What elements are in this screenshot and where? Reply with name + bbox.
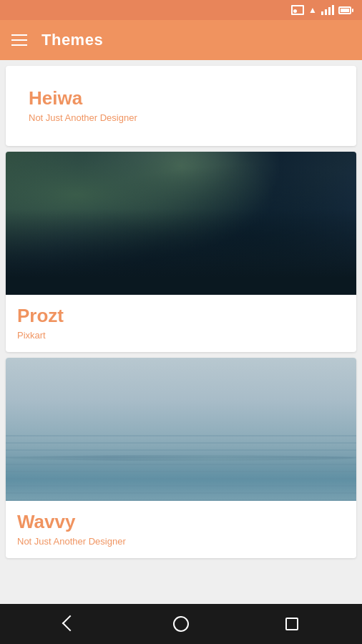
theme-card-body-heiwa: Heiwa Not Just Another Designer bbox=[17, 77, 345, 135]
theme-image-prozt bbox=[6, 152, 356, 295]
themes-list: Heiwa Not Just Another Designer Prozt Pi… bbox=[0, 60, 362, 604]
status-icons: ▲ bbox=[291, 5, 353, 15]
menu-icon[interactable] bbox=[11, 34, 27, 46]
back-arrow-icon bbox=[64, 615, 76, 633]
theme-title-heiwa: Heiwa bbox=[29, 87, 333, 109]
home-circle-icon bbox=[173, 616, 189, 632]
home-button[interactable] bbox=[167, 610, 195, 638]
page-title: Themes bbox=[41, 31, 103, 49]
back-button[interactable] bbox=[56, 610, 84, 638]
battery-icon bbox=[338, 6, 353, 14]
theme-author-heiwa: Not Just Another Designer bbox=[29, 112, 333, 123]
bars-icon bbox=[321, 5, 334, 15]
status-bar: ▲ bbox=[0, 0, 362, 20]
theme-card-body-prozt: Prozt Pixkart bbox=[6, 295, 356, 352]
theme-title-wavvy: Wavvy bbox=[17, 511, 345, 533]
theme-image-wavvy bbox=[6, 358, 356, 501]
theme-title-prozt: Prozt bbox=[17, 305, 345, 327]
toolbar: Themes bbox=[0, 20, 362, 60]
theme-card-heiwa[interactable]: Heiwa Not Just Another Designer bbox=[6, 66, 356, 146]
theme-author-wavvy: Not Just Another Designer bbox=[17, 536, 345, 547]
gallery-icon bbox=[291, 5, 304, 15]
bottom-nav bbox=[0, 604, 362, 644]
theme-card-prozt[interactable]: Prozt Pixkart bbox=[6, 152, 356, 352]
theme-author-prozt: Pixkart bbox=[17, 330, 345, 341]
recents-button[interactable] bbox=[278, 610, 306, 638]
recents-square-icon bbox=[285, 618, 298, 630]
theme-card-body-wavvy: Wavvy Not Just Another Designer bbox=[6, 501, 356, 558]
signal-icon: ▲ bbox=[308, 5, 317, 15]
theme-card-wavvy[interactable]: Wavvy Not Just Another Designer bbox=[6, 358, 356, 558]
